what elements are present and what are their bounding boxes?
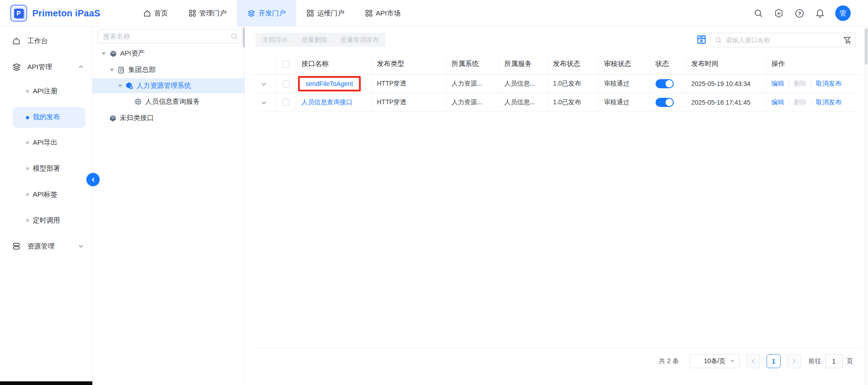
edit-link[interactable]: 编辑	[772, 98, 784, 106]
main-nav: 首页 管理门户 开发门户 运维门户 API市场	[133, 0, 411, 26]
status-toggle[interactable]	[656, 98, 674, 107]
sidebar-item-api-management[interactable]: API管理	[0, 60, 92, 74]
divider	[789, 81, 789, 87]
column-header-system: 所属系统	[446, 54, 499, 74]
ai-assistant-icon[interactable]: AI	[774, 8, 784, 18]
delete-link[interactable]: 删除	[794, 80, 807, 88]
audit-status-cell: 审核通过	[598, 74, 650, 93]
search-icon[interactable]	[753, 8, 763, 18]
system-cell: 人力资源...	[446, 74, 499, 93]
column-header-name: 接口名称	[296, 54, 371, 74]
batch-delete-button[interactable]: 批量删除	[295, 33, 334, 47]
edit-link[interactable]: 编辑	[772, 80, 784, 88]
tree-node-hr-system[interactable]: 人力资源管理系统	[92, 78, 244, 93]
delete-link[interactable]: 删除	[794, 98, 807, 106]
service-chip-icon	[134, 98, 142, 106]
sidebar-item-api-tags[interactable]: API标签	[0, 187, 92, 202]
sidebar-item-workbench[interactable]: 工作台	[0, 34, 92, 48]
chevron-down-icon[interactable]	[261, 82, 267, 86]
sidebar-item-model-deploy[interactable]: 模型部署	[0, 161, 92, 176]
funnel-icon[interactable]	[843, 36, 851, 44]
cube-icon	[109, 50, 117, 57]
interface-name-search-input[interactable]	[726, 33, 835, 47]
column-header-audit-status: 审核状态	[598, 54, 650, 74]
api-name-link[interactable]: sendFileToAgent	[306, 80, 353, 87]
brand[interactable]: P Primeton iPaaS	[10, 0, 101, 26]
chevron-down-icon[interactable]	[261, 101, 267, 105]
caret-down-icon[interactable]	[101, 52, 106, 55]
tree-node-person-info-service[interactable]: 人员信息查询服务	[92, 94, 244, 109]
scrollbar-thumb[interactable]	[865, 28, 868, 65]
actions-cell: 编辑 删除 取消发布	[766, 93, 861, 111]
bullet-dot-icon	[26, 219, 29, 222]
sidebar-collapse-button[interactable]	[86, 173, 100, 186]
tree-node-api-assets[interactable]: API资产	[92, 46, 244, 61]
nav-item-home[interactable]: 首页	[133, 0, 178, 26]
select-all-checkbox[interactable]	[283, 61, 290, 68]
tree-search-box	[98, 29, 242, 43]
unpublish-link[interactable]: 取消发布	[816, 80, 842, 88]
divider	[811, 81, 812, 87]
nav-item-api-market[interactable]: API市场	[355, 0, 411, 26]
help-icon[interactable]: ?	[794, 8, 804, 18]
avatar[interactable]: 管	[835, 5, 851, 21]
next-page-button[interactable]	[787, 354, 801, 368]
nav-item-ops-portal[interactable]: 运维门户	[296, 0, 355, 26]
service-cell: 人员信息...	[499, 74, 547, 93]
chevron-right-icon	[792, 359, 796, 364]
bullet-dot-icon	[26, 167, 29, 170]
document-icon	[117, 66, 125, 74]
status-cell	[650, 74, 686, 93]
tree-node-group-hq[interactable]: 集团总部	[92, 62, 244, 77]
sidebar-item-label: API导出	[33, 138, 57, 147]
document-export-icon[interactable]	[696, 34, 707, 45]
sidebar: 工作台 API管理 API注册 我的发布 API导出 模型部署	[0, 26, 92, 381]
notification-bell-icon[interactable]	[815, 8, 825, 18]
search-icon	[715, 37, 722, 44]
sidebar-item-label: 定时调用	[33, 216, 60, 225]
server-icon	[12, 242, 21, 251]
status-toggle[interactable]	[656, 79, 674, 88]
caret-down-icon[interactable]	[118, 85, 122, 87]
current-page-button[interactable]: 1	[767, 354, 781, 368]
publish-status-cell: 1.0已发布	[547, 93, 598, 111]
svg-text:?: ?	[798, 10, 801, 16]
browser-scrollbar[interactable]	[864, 26, 868, 385]
column-header-publish-time: 发布时间	[686, 54, 766, 74]
nav-item-dev-portal[interactable]: 开发门户	[237, 0, 296, 26]
nav-item-admin-portal[interactable]: 管理门户	[178, 0, 237, 26]
sidebar-item-api-export[interactable]: API导出	[0, 135, 92, 150]
column-header-actions: 操作	[766, 54, 861, 74]
batch-unpublish-button[interactable]: 批量取消发布	[334, 33, 386, 47]
row-checkbox[interactable]	[283, 99, 290, 106]
home-icon	[12, 36, 21, 46]
table-row: 人员信息查询接口 HTTP穿透 人力资源... 人员信息... 1.0已发布 审…	[252, 93, 861, 111]
annotation-red-box: sendFileToAgent	[298, 76, 361, 91]
svg-text:AI: AI	[777, 11, 780, 15]
row-checkbox[interactable]	[283, 80, 290, 87]
sidebar-item-label: API注册	[33, 87, 57, 96]
publish-time-cell: 2025-05-16 17:41:45	[686, 93, 766, 111]
unpublish-link[interactable]: 取消发布	[816, 98, 842, 106]
page-size-select[interactable]: 10条/页	[690, 354, 740, 368]
caret-down-icon[interactable]	[110, 69, 114, 71]
sidebar-item-my-publications[interactable]: 我的发布	[13, 107, 86, 128]
grid-icon	[307, 10, 314, 17]
prev-page-button[interactable]	[746, 354, 760, 368]
tree-search-input[interactable]	[103, 30, 226, 43]
goto-page-input[interactable]	[825, 354, 843, 368]
tree-node-unclassified[interactable]: 未归类接口	[92, 111, 244, 126]
api-name-link[interactable]: 人员信息查询接口	[302, 98, 353, 106]
main-content: 文档导出 批量删除 批量取消发布	[245, 26, 868, 385]
sidebar-item-scheduled-call[interactable]: 定时调用	[0, 213, 92, 228]
chevron-down-icon	[78, 243, 84, 249]
page-suffix-label: 页	[847, 357, 853, 365]
nav-label: 管理门户	[199, 9, 227, 18]
bullet-dot-icon	[26, 116, 29, 119]
chevron-left-icon	[91, 177, 96, 182]
sidebar-item-api-register[interactable]: API注册	[0, 84, 92, 98]
doc-export-button[interactable]: 文档导出	[256, 33, 295, 47]
sidebar-item-resource-management[interactable]: 资源管理	[0, 239, 92, 253]
publish-type-cell: HTTP穿透	[371, 74, 446, 93]
grid-icon	[189, 10, 196, 17]
